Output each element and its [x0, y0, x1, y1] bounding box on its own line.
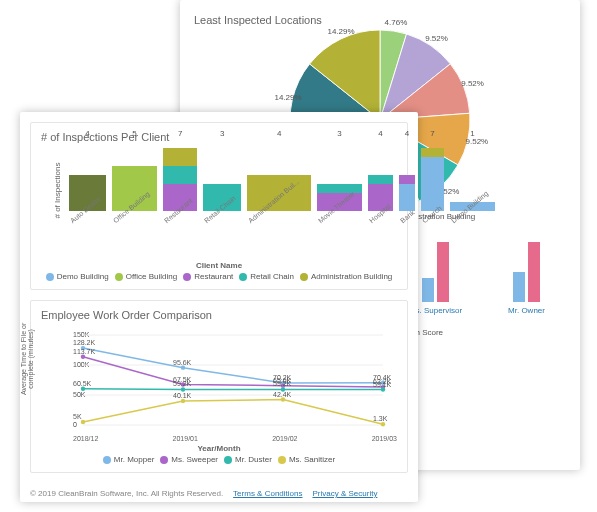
copyright-text: © 2019 CleanBrain Software, Inc. All Rig… [30, 489, 223, 498]
legend-item: Ms. Sanitizer [278, 455, 335, 464]
bar-value-label: 4 [247, 129, 311, 138]
legend-item: Administration Building [300, 272, 392, 281]
svg-point-10 [181, 365, 185, 369]
bar-column: 7Church [421, 139, 444, 239]
bar-segment [437, 242, 449, 302]
inspector-cat-label: Mr. Owner [508, 306, 545, 315]
bar-segment [513, 272, 525, 302]
bar-column: 4Hospital [368, 139, 393, 239]
bar-chart-card: # of Inspections Per Client # of Inspect… [30, 122, 408, 290]
line-xtick: 2019/01 [173, 435, 198, 442]
svg-text:60.5K: 60.5K [73, 380, 92, 387]
bar-column: 4Auto Dealer [69, 139, 106, 239]
svg-point-24 [81, 387, 85, 391]
line-xtick: 2019/03 [372, 435, 397, 442]
bar-segment [421, 157, 444, 211]
bar-segment [163, 148, 197, 166]
bar-segment [163, 166, 197, 184]
bar-segment [422, 278, 434, 302]
svg-text:1.3K: 1.3K [373, 415, 388, 422]
legend-item: Demo Building [46, 272, 109, 281]
bar-segment [421, 148, 444, 157]
svg-text:113.7K: 113.7K [73, 348, 96, 355]
legend-item: Retail Chain [239, 272, 294, 281]
pie-slice-label: 14.29% [327, 27, 354, 36]
bar-segment [399, 175, 415, 184]
svg-text:95.6K: 95.6K [173, 359, 192, 366]
svg-text:40.1K: 40.1K [173, 392, 192, 399]
svg-point-32 [81, 420, 85, 424]
bar-segment [317, 184, 362, 193]
bar-column: 1Demo Building [450, 139, 496, 239]
bar-column: 4Bank [399, 139, 415, 239]
line-xlabels: 2018/122019/012019/022019/03 [73, 435, 397, 442]
line-xtick: 2018/12 [73, 435, 98, 442]
legend-item: Mr. Duster [224, 455, 272, 464]
bar-segment [368, 175, 393, 184]
bar-value-label: 7 [163, 129, 197, 138]
line-xlabel-title: Year/Month [41, 444, 397, 453]
legend-item: Office Building [115, 272, 177, 281]
bar-column: 3Retail Chain [203, 139, 241, 239]
svg-text:0: 0 [73, 421, 77, 428]
line-xtick: 2019/02 [272, 435, 297, 442]
bar-value-label: 4 [69, 129, 106, 138]
bar-segment [528, 242, 540, 302]
privacy-link[interactable]: Privacy & Security [312, 489, 377, 498]
bar-value-label: 4 [399, 129, 415, 138]
bar-value-label: 7 [421, 129, 444, 138]
bar-segment [399, 184, 415, 211]
footer: © 2019 CleanBrain Software, Inc. All Rig… [20, 489, 418, 498]
svg-point-38 [381, 422, 385, 426]
svg-point-16 [81, 355, 85, 359]
pie-slice-label: 14.29% [274, 93, 301, 102]
svg-text:59.1K: 59.1K [373, 381, 392, 388]
legend-item: Mr. Mopper [103, 455, 154, 464]
svg-point-30 [381, 387, 385, 391]
bar-chart: 4Auto Dealer5Office Building7Restaurant3… [69, 147, 393, 239]
legend-item: Restaurant [183, 272, 233, 281]
svg-text:5K: 5K [73, 413, 82, 420]
svg-text:59.2K: 59.2K [273, 380, 292, 387]
bar-value-label: 5 [112, 129, 157, 138]
terms-link[interactable]: Terms & Conditions [233, 489, 302, 498]
pie-chart-title: Least Inspected Locations [194, 14, 566, 26]
bar-value-label: 1 [450, 129, 496, 138]
bar-value-label: 3 [317, 129, 362, 138]
svg-text:59.2K: 59.2K [173, 380, 192, 387]
bar-column: 4Administration Buil... [247, 139, 311, 239]
bar-column: 7Restaurant [163, 139, 197, 239]
line-chart: 050K100K150K128.2K95.6K70.2K70.4K113.7K6… [73, 325, 393, 435]
inspector-bar-group: Mr. Owner [487, 242, 566, 315]
bar-value-label: 4 [368, 129, 393, 138]
bar-column: 3Movie Theater [317, 139, 362, 239]
bar-value-label: 3 [203, 129, 241, 138]
svg-point-36 [281, 397, 285, 401]
dashboard-panel-front: # of Inspections Per Client # of Inspect… [20, 112, 418, 502]
line-legend: Mr. MopperMs. SweeperMr. DusterMs. Sanit… [41, 455, 397, 464]
line-chart-title: Employee Work Order Comparison [41, 309, 397, 321]
pie-slice-label: 9.52% [425, 34, 448, 43]
bar-xlabel: Client Name [41, 261, 397, 270]
line-ylabel: Average Time to File or complete (minute… [20, 323, 34, 395]
svg-point-34 [181, 399, 185, 403]
bar-legend: Demo BuildingOffice BuildingRestaurantRe… [41, 272, 397, 281]
svg-text:128.2K: 128.2K [73, 339, 96, 346]
svg-text:42.4K: 42.4K [273, 391, 292, 398]
bar-ylabel: # of Inspections [53, 163, 62, 219]
pie-slice-label: 4.76% [385, 18, 408, 27]
bar-column: 5Office Building [112, 139, 157, 239]
pie-slice-label: 9.52% [461, 79, 484, 88]
line-chart-card: Employee Work Order Comparison Average T… [30, 300, 408, 473]
legend-item: Ms. Sweeper [160, 455, 218, 464]
